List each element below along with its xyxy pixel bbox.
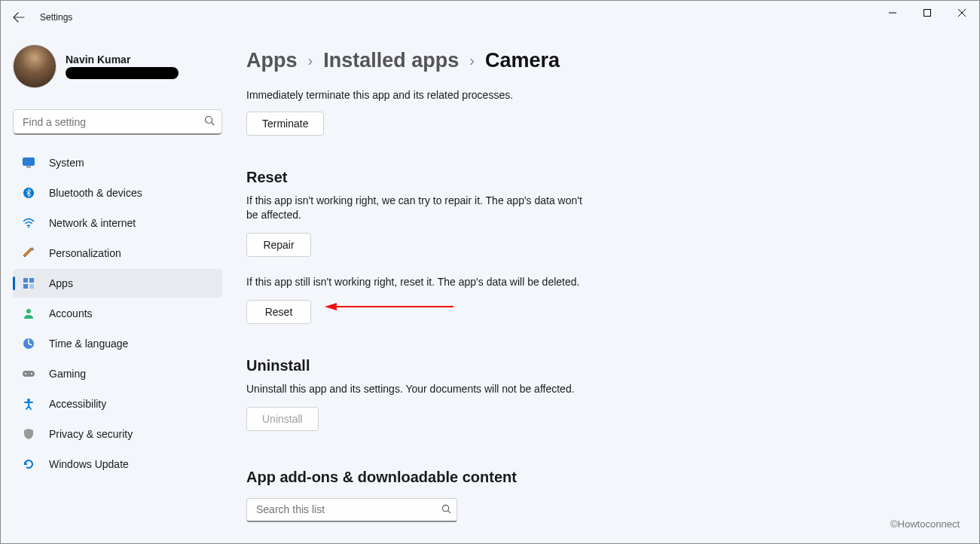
window-controls (875, 1, 979, 25)
titlebar: Settings (1, 1, 979, 34)
sidebar-item-label: Accounts (49, 307, 93, 319)
addons-search-input[interactable] (246, 498, 457, 522)
breadcrumb: Apps › Installed apps › Camera (246, 49, 957, 72)
terminate-button[interactable]: Terminate (246, 112, 324, 136)
svg-rect-14 (29, 284, 34, 289)
sidebar-item-label: Network & internet (49, 217, 136, 229)
svg-point-4 (206, 117, 212, 124)
svg-rect-1 (924, 10, 931, 17)
svg-rect-12 (29, 278, 34, 283)
search-icon (441, 503, 451, 517)
reset-heading: Reset (246, 169, 957, 186)
chevron-right-icon: › (469, 52, 475, 69)
svg-rect-17 (23, 371, 35, 377)
sidebar-item-label: Accessibility (49, 398, 106, 410)
uninstall-button[interactable]: Uninstall (246, 407, 319, 431)
user-email-redacted (66, 67, 179, 79)
sidebar-item-network[interactable]: Network & internet (13, 209, 222, 237)
sidebar-item-label: Gaming (49, 368, 86, 380)
sidebar-item-update[interactable]: Windows Update (13, 450, 222, 478)
nav: System Bluetooth & devices Network & int… (13, 148, 222, 478)
arrow-left-icon (13, 11, 25, 23)
shield-icon (22, 427, 35, 441)
sidebar-item-apps[interactable]: Apps (13, 269, 222, 298)
watermark: ©Howtoconnect (890, 518, 960, 530)
repair-button[interactable]: Repair (246, 233, 311, 257)
sidebar-item-system[interactable]: System (13, 148, 222, 177)
update-icon (22, 457, 35, 471)
window-title: Settings (40, 12, 72, 23)
crumb-current: Camera (485, 49, 560, 72)
back-button[interactable] (4, 2, 34, 32)
svg-rect-7 (26, 167, 31, 168)
svg-rect-11 (23, 278, 28, 283)
sidebar-item-label: Apps (49, 277, 73, 289)
main-content: Apps › Installed apps › Camera Immediate… (242, 34, 979, 543)
close-button[interactable] (945, 1, 979, 25)
svg-rect-13 (23, 284, 28, 289)
sidebar-item-accessibility[interactable]: Accessibility (13, 390, 222, 418)
sidebar-item-label: Personalization (49, 247, 121, 259)
maximize-button[interactable] (910, 1, 945, 25)
svg-point-9 (28, 227, 29, 228)
gamepad-icon (22, 367, 35, 380)
reset-desc: If this app still isn't working right, r… (246, 275, 698, 289)
crumb-installed[interactable]: Installed apps (323, 49, 459, 72)
reset-button[interactable]: Reset (246, 300, 311, 324)
annotation-arrow (322, 301, 457, 312)
sidebar-item-bluetooth[interactable]: Bluetooth & devices (13, 179, 222, 207)
sidebar-item-accounts[interactable]: Accounts (13, 299, 222, 328)
accessibility-icon (22, 397, 35, 411)
sidebar-item-label: System (49, 157, 84, 169)
repair-desc: If this app isn't working right, we can … (246, 194, 593, 222)
avatar (13, 44, 56, 88)
search-wrap (13, 109, 222, 135)
sidebar-item-label: Windows Update (49, 458, 129, 470)
svg-point-18 (25, 373, 26, 374)
sidebar-item-label: Time & language (49, 338, 128, 350)
uninstall-desc: Uninstall this app and its settings. You… (246, 382, 698, 396)
svg-line-5 (212, 123, 215, 126)
user-name: Navin Kumar (66, 53, 179, 66)
sidebar-item-privacy[interactable]: Privacy & security (13, 420, 222, 448)
addons-search-wrap (246, 498, 457, 522)
terminate-desc: Immediately terminate this app and its r… (246, 89, 957, 101)
sidebar-item-personalization[interactable]: Personalization (13, 239, 222, 267)
svg-rect-6 (23, 158, 35, 166)
svg-point-19 (31, 373, 32, 374)
sidebar: Navin Kumar System Bluetooth & devices N… (1, 34, 227, 543)
sidebar-item-gaming[interactable]: Gaming (13, 359, 222, 388)
bluetooth-icon (22, 186, 35, 200)
crumb-apps[interactable]: Apps (246, 49, 298, 72)
svg-point-20 (27, 399, 30, 402)
sidebar-item-time[interactable]: Time & language (13, 329, 222, 358)
user-block[interactable]: Navin Kumar (13, 41, 227, 97)
wifi-icon (22, 216, 35, 230)
brush-icon (22, 246, 35, 260)
svg-marker-22 (325, 303, 337, 310)
svg-point-15 (26, 309, 31, 313)
sidebar-item-label: Bluetooth & devices (49, 187, 142, 199)
sidebar-item-label: Privacy & security (49, 428, 133, 440)
svg-line-24 (448, 510, 450, 512)
person-icon (22, 307, 35, 320)
minimize-button[interactable] (875, 1, 910, 25)
search-input[interactable] (13, 109, 222, 135)
chevron-right-icon: › (308, 52, 313, 69)
search-icon (204, 115, 215, 129)
apps-icon (22, 277, 35, 290)
monitor-icon (22, 156, 35, 170)
svg-point-23 (442, 505, 448, 511)
uninstall-heading: Uninstall (246, 357, 957, 374)
addons-heading: App add-ons & downloadable content (246, 469, 957, 486)
clock-globe-icon (22, 337, 35, 350)
